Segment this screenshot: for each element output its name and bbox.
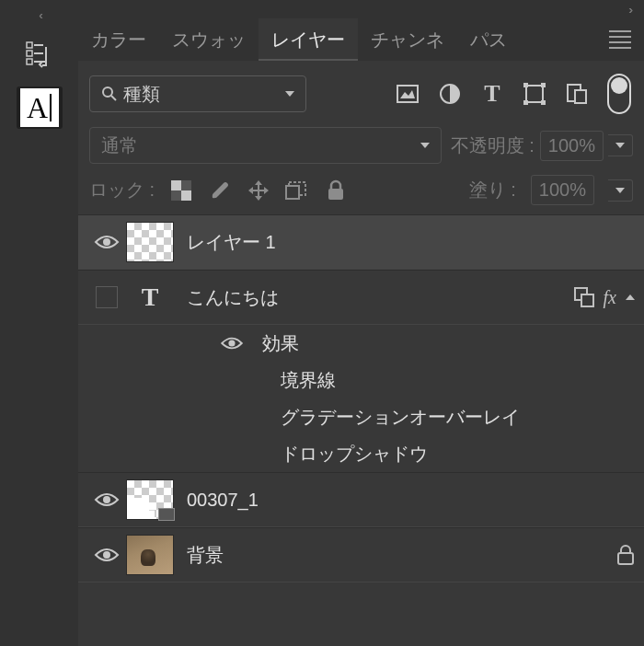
svg-rect-20: [286, 186, 299, 199]
link-icon[interactable]: [574, 287, 594, 307]
svg-rect-1: [27, 51, 32, 56]
layer-name[interactable]: こんにちは: [187, 285, 574, 310]
panel-strip: ››: [78, 0, 644, 18]
filter-kind-label: 種類: [123, 82, 160, 107]
tab-paths[interactable]: パス: [457, 18, 520, 61]
svg-rect-5: [397, 86, 418, 102]
lock-paint-icon[interactable]: [208, 179, 232, 202]
svg-point-3: [103, 87, 112, 97]
fill-label: 塗り :: [469, 178, 516, 202]
panel-tabs: カラー スウォッ レイヤー チャンネ パス: [78, 18, 644, 61]
opacity-label: 不透明度 :: [451, 133, 535, 158]
svg-line-4: [111, 96, 116, 100]
svg-rect-8: [526, 86, 543, 102]
effect-name: グラデーションオーバーレイ: [271, 405, 635, 430]
filter-toggle-switch[interactable]: [607, 74, 631, 114]
svg-point-27: [103, 551, 110, 559]
layer-name[interactable]: 00307_1: [187, 490, 635, 511]
svg-point-22: [103, 238, 110, 246]
layer-name[interactable]: 背景: [187, 543, 616, 568]
lock-transparency-icon[interactable]: [169, 179, 193, 202]
tab-swatches[interactable]: スウォッ: [159, 18, 259, 61]
svg-rect-18: [171, 190, 181, 201]
fx-collapse-icon[interactable]: [626, 294, 635, 300]
fill-input[interactable]: 100%: [531, 175, 594, 205]
svg-point-25: [228, 340, 235, 346]
visibility-toggle[interactable]: [213, 335, 251, 352]
smart-object-badge: [158, 508, 175, 521]
panel-icon: [26, 41, 53, 71]
fill-caret[interactable]: [608, 179, 633, 202]
tab-channels[interactable]: チャンネ: [358, 18, 457, 61]
chevron-down-icon: [285, 91, 294, 97]
tab-color[interactable]: カラー: [78, 18, 159, 61]
effects-header-row[interactable]: 効果: [78, 325, 644, 362]
layer-name[interactable]: レイヤー 1: [187, 230, 635, 255]
layer-row[interactable]: レイヤー 1: [78, 214, 644, 270]
layer-filter-row: 種類 T: [78, 70, 644, 121]
svg-marker-6: [400, 90, 415, 98]
blend-mode-dropdown[interactable]: 通常: [89, 127, 442, 164]
svg-rect-9: [523, 83, 528, 87]
collapse-left-icon[interactable]: ‹‹: [0, 7, 78, 22]
filter-adjustment-icon[interactable]: [438, 82, 462, 106]
svg-rect-14: [575, 90, 586, 103]
layer-thumbnail[interactable]: [126, 222, 174, 262]
tab-layers[interactable]: レイヤー: [259, 18, 358, 61]
effect-name: 境界線: [271, 368, 635, 393]
layer-row[interactable]: 00307_1: [78, 472, 644, 527]
text-tool-icon: A: [20, 88, 59, 127]
panel-toggle-button[interactable]: [17, 35, 63, 77]
lock-all-icon[interactable]: [324, 179, 348, 202]
layers-panel: 種類 T: [78, 61, 644, 646]
effect-row[interactable]: ドロップシャドウ: [78, 435, 644, 472]
lock-row: ロック : 塗り : 100%: [78, 169, 644, 214]
opacity-input[interactable]: 100%: [540, 131, 604, 161]
text-tool-button[interactable]: A: [17, 87, 63, 129]
lock-artboard-icon[interactable]: [285, 179, 309, 202]
lock-position-icon[interactable]: [247, 179, 270, 202]
svg-rect-21: [328, 189, 343, 200]
svg-rect-16: [181, 190, 191, 201]
svg-rect-0: [27, 42, 32, 48]
filter-shape-icon[interactable]: [523, 82, 546, 106]
chevron-down-icon: [420, 143, 430, 148]
svg-rect-10: [541, 83, 546, 87]
filter-pixel-icon[interactable]: [396, 82, 420, 106]
panel-menu-button[interactable]: [609, 30, 631, 49]
effect-name: ドロップシャドウ: [271, 442, 635, 467]
svg-rect-28: [618, 553, 633, 564]
svg-rect-17: [181, 180, 191, 190]
blend-mode-value: 通常: [101, 133, 138, 158]
fx-badge[interactable]: fx: [604, 287, 616, 308]
visibility-toggle[interactable]: [87, 546, 126, 564]
visibility-toggle[interactable]: [87, 490, 126, 509]
layers-list: レイヤー 1 T こんにちは fx: [78, 214, 644, 646]
lock-label: ロック :: [89, 178, 155, 202]
filter-type-icon[interactable]: T: [480, 82, 504, 106]
type-layer-icon: T: [126, 283, 174, 312]
search-icon: [101, 86, 118, 102]
effect-row[interactable]: グラデーションオーバーレイ: [78, 398, 644, 435]
opacity-caret[interactable]: [608, 134, 633, 156]
filter-kind-dropdown[interactable]: 種類: [89, 75, 306, 112]
svg-rect-15: [171, 180, 181, 190]
layer-thumbnail[interactable]: [126, 535, 174, 575]
blend-row: 通常 不透明度 : 100%: [78, 121, 644, 169]
expand-right-icon[interactable]: ››: [628, 3, 629, 17]
tool-rail: ‹‹ A: [0, 0, 78, 646]
lock-icon[interactable]: [616, 544, 635, 566]
effect-row[interactable]: 境界線: [78, 362, 644, 398]
effects-label: 効果: [225, 331, 635, 356]
visibility-toggle[interactable]: [87, 233, 126, 251]
filter-smart-icon[interactable]: [565, 82, 589, 106]
layer-row[interactable]: T こんにちは fx: [78, 270, 644, 325]
svg-rect-2: [27, 59, 32, 64]
panel-column: ›› カラー スウォッ レイヤー チャンネ パス 種類: [78, 0, 644, 646]
visibility-toggle[interactable]: [87, 286, 126, 308]
svg-rect-12: [541, 100, 546, 105]
layer-row[interactable]: 背景: [78, 527, 644, 583]
svg-rect-11: [523, 100, 528, 105]
svg-rect-24: [581, 294, 593, 306]
layer-thumbnail[interactable]: [126, 479, 174, 520]
